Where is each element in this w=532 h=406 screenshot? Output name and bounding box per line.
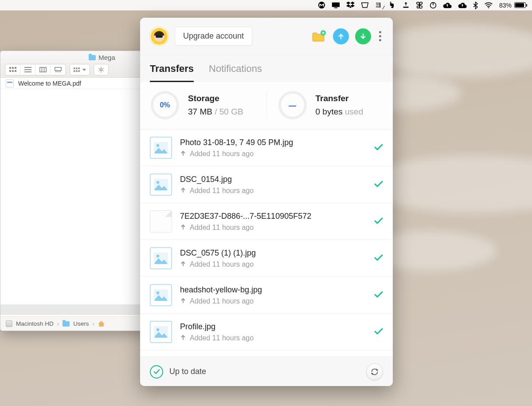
transfer-label: Transfer <box>316 94 364 103</box>
transfer-meta: 7E2D3E37-D886-...7-5E110905F572Added 11 … <box>180 212 366 232</box>
transfer-meta: Photo 31-08-19, 7 49 05 PM.jpgAdded 11 h… <box>180 138 366 158</box>
svg-point-37 <box>156 292 159 294</box>
mega-menubar-icon[interactable] <box>318 1 325 9</box>
svg-rect-7 <box>12 67 14 69</box>
svg-rect-22 <box>74 67 75 69</box>
storage-label: Storage <box>188 94 243 103</box>
file-thumb-icon <box>150 210 172 233</box>
mega-dropdown-panel: Upgrade account Transfers Notifications … <box>140 18 393 386</box>
upload-direction-icon <box>180 334 186 342</box>
breadcrumb-segment[interactable]: Macintosh HD <box>16 320 54 327</box>
group-by-button[interactable] <box>70 64 90 75</box>
battery-indicator[interactable]: 83% <box>499 2 526 9</box>
transfer-complete-icon <box>374 290 383 300</box>
transfer-used: 0 bytes <box>316 107 343 116</box>
image-thumb-icon <box>150 137 172 159</box>
transfer-complete-icon <box>374 253 383 264</box>
upload-button[interactable] <box>333 28 349 44</box>
image-thumb-icon <box>150 247 172 269</box>
transfer-suffix: used <box>343 107 363 116</box>
transfers-list[interactable]: Photo 31-08-19, 7 49 05 PM.jpgAdded 11 h… <box>140 130 393 357</box>
svg-rect-25 <box>74 70 75 72</box>
power-icon[interactable] <box>430 2 437 9</box>
text-tool-icon[interactable]: ヨ⁄ <box>375 1 382 9</box>
upload-tray-icon[interactable] <box>402 1 410 9</box>
view-gallery-button[interactable] <box>51 64 66 75</box>
evernote-icon[interactable] <box>388 1 396 9</box>
view-mode-group <box>5 64 66 75</box>
svg-point-33 <box>156 181 159 184</box>
svg-rect-11 <box>15 70 16 72</box>
more-menu-button[interactable] <box>377 31 383 41</box>
transfer-row[interactable]: Profile.jpgAdded 11 hours ago <box>140 314 393 351</box>
transfer-row[interactable]: headshot-yellow-bg.jpgAdded 11 hours ago <box>140 277 393 314</box>
transfer-subtext: Added 11 hours ago <box>180 150 366 158</box>
transfer-subtext: Added 11 hours ago <box>180 260 366 268</box>
image-thumb-icon <box>150 321 172 343</box>
transfer-meta: headshot-yellow-bg.jpgAdded 11 hours ago <box>180 285 366 305</box>
upload-direction-icon <box>180 187 186 195</box>
image-thumb-icon <box>150 173 172 196</box>
transfer-subtext: Added 11 hours ago <box>180 224 366 232</box>
sync-now-button[interactable] <box>366 363 383 380</box>
view-columns-button[interactable] <box>35 64 51 75</box>
add-folder-button[interactable] <box>311 28 327 44</box>
transfer-row[interactable]: DSC_0154.jpgAdded 11 hours ago <box>140 166 393 203</box>
svg-rect-19 <box>55 71 57 72</box>
breadcrumb-segment[interactable]: Users <box>73 320 89 327</box>
battery-percentage: 83% <box>499 2 512 9</box>
mega-tabs: Transfers Notifications <box>140 55 393 82</box>
view-icons-button[interactable] <box>5 64 20 75</box>
storage-stat: 0% Storage 37 MB / 50 GB <box>151 91 255 119</box>
svg-rect-21 <box>59 71 61 72</box>
storage-total: 50 GB <box>219 107 243 116</box>
download-button[interactable] <box>355 28 371 44</box>
home-icon <box>98 321 105 327</box>
shield-icon[interactable] <box>361 2 369 9</box>
wifi-icon[interactable] <box>484 2 493 8</box>
tab-notifications[interactable]: Notifications <box>209 63 262 82</box>
transfer-stat: – Transfer 0 bytes used <box>278 91 383 119</box>
image-thumb-icon <box>150 284 172 306</box>
mega-stats: 0% Storage 37 MB / 50 GB – Transfer 0 by… <box>140 82 393 130</box>
transfer-meta: Profile.jpgAdded 11 hours ago <box>180 322 366 342</box>
dropbox-icon[interactable] <box>346 1 355 9</box>
svg-rect-8 <box>15 67 16 69</box>
transfer-subtext: Added 11 hours ago <box>180 187 366 195</box>
transfer-row[interactable]: DSC_0575 (1) (1).jpgAdded 11 hours ago <box>140 240 393 277</box>
svg-rect-9 <box>9 70 11 72</box>
upload-direction-icon <box>180 150 186 158</box>
stats-divider <box>266 91 267 119</box>
command-icon[interactable] <box>416 1 423 9</box>
svg-rect-24 <box>78 67 80 69</box>
transfer-subtext: Added 11 hours ago <box>180 297 366 305</box>
folder-icon <box>63 321 70 327</box>
upgrade-account-button[interactable]: Upgrade account <box>175 27 252 46</box>
transfer-meta: DSC_0154.jpgAdded 11 hours ago <box>180 175 366 195</box>
user-avatar[interactable] <box>150 27 168 46</box>
transfer-complete-icon <box>374 180 383 190</box>
status-ok-icon <box>150 365 163 378</box>
tab-transfers[interactable]: Transfers <box>150 63 194 82</box>
svg-point-35 <box>156 255 159 257</box>
bluetooth-icon[interactable] <box>473 1 478 9</box>
cloud-upload-icon-2[interactable] <box>458 2 467 8</box>
upload-direction-icon <box>180 297 186 305</box>
pdf-file-icon <box>6 79 14 87</box>
svg-rect-26 <box>76 70 78 72</box>
svg-rect-18 <box>55 67 61 71</box>
action-menu-button[interactable] <box>94 64 109 75</box>
svg-rect-2 <box>334 8 337 8</box>
transfer-complete-icon <box>374 327 383 337</box>
cloud-upload-icon-1[interactable] <box>443 2 452 8</box>
svg-rect-1 <box>332 2 340 7</box>
transfer-row[interactable]: Photo 31-08-19, 7 49 05 PM.jpgAdded 11 h… <box>140 130 393 166</box>
macos-menubar: ヨ⁄ 83% <box>0 0 532 11</box>
svg-point-31 <box>156 144 159 147</box>
transfer-file-name: Profile.jpg <box>180 322 366 331</box>
display-icon[interactable] <box>332 2 340 8</box>
transfer-row[interactable]: 7E2D3E37-D886-...7-5E110905F572Added 11 … <box>140 203 393 240</box>
chevron-right-icon: › <box>93 320 95 327</box>
view-list-button[interactable] <box>20 64 35 75</box>
disk-icon <box>6 320 12 327</box>
